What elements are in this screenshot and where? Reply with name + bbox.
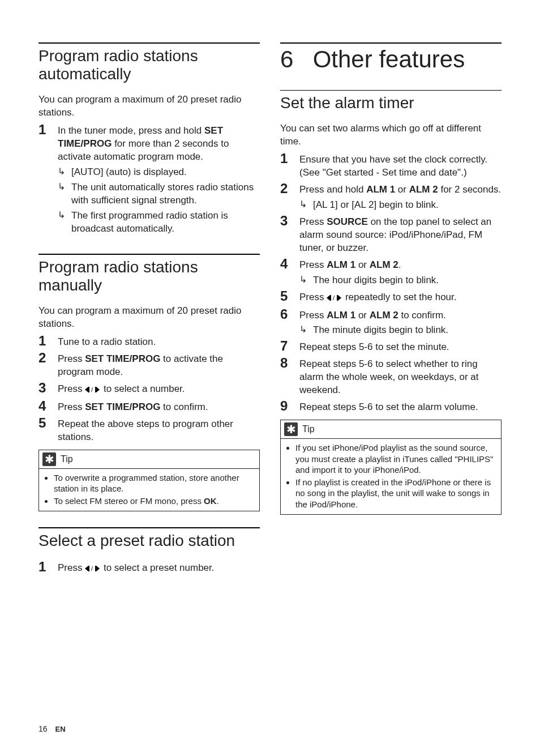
step-body: Press ALM 1 or ALM 2 to confirm. ↳ The m…	[299, 307, 502, 338]
step: 5 Press / repeatedly to set the hour.	[280, 289, 502, 305]
arrow-icon: ↳	[299, 324, 313, 337]
result-line: ↳ The minute digits begin to blink.	[299, 324, 502, 337]
step-number: 5	[280, 289, 299, 305]
arrow-icon: ↳	[58, 166, 71, 179]
section-heading: Select a preset radio station	[38, 532, 260, 550]
step: 9 Repeat steps 5-6 to set the alarm volu…	[280, 399, 502, 414]
button-label: ALM 1	[366, 184, 395, 195]
step-number: 1	[38, 334, 58, 349]
step: 5 Repeat the above steps to program othe…	[38, 416, 260, 444]
step-number: 1	[38, 560, 58, 576]
asterisk-icon: ✱	[284, 422, 298, 436]
result-text: The hour digits begin to blink.	[313, 274, 502, 287]
button-label: ALM 2	[370, 310, 398, 321]
step-number: 8	[280, 356, 299, 397]
svg-rect-8	[95, 566, 96, 571]
tip-item: To select FM stereo or FM mono, press OK…	[54, 496, 255, 507]
button-label: ALM 2	[370, 259, 398, 270]
step-text: Press	[299, 292, 327, 302]
section-rule	[38, 527, 260, 528]
tip-header: ✱ Tip	[39, 450, 259, 469]
manual-page: Program radio stations automatically You…	[0, 0, 540, 756]
svg-rect-11	[330, 295, 331, 301]
section-rule	[280, 42, 502, 44]
step: 1 In the tuner mode, press and hold SET …	[38, 123, 260, 236]
step-text: for 2 seconds.	[438, 184, 502, 195]
arrow-icon: ↳	[58, 181, 71, 207]
step-body: Press SET TIME/PROG to confirm.	[58, 399, 260, 414]
step-text: Press	[58, 402, 85, 412]
step: 1 Ensure that you have set the clock cor…	[280, 152, 502, 180]
step-body: Press / to select a preset number.	[58, 560, 260, 576]
step: 7 Repeat steps 5-6 to set the minute.	[280, 339, 502, 354]
result-line: ↳ The hour digits begin to blink.	[299, 274, 502, 287]
svg-rect-13	[337, 295, 338, 301]
step-list: 1 Press / to select a preset number.	[38, 560, 260, 576]
step-list: 1 In the tuner mode, press and hold SET …	[38, 123, 260, 236]
result-text: The unit automatically stores radio stat…	[71, 181, 260, 207]
chapter-heading: 6 Other features	[280, 47, 502, 72]
button-label: ALM 2	[409, 184, 438, 195]
step: 8 Repeat steps 5-6 to select whether to …	[280, 356, 502, 397]
step: 4 Press ALM 1 or ALM 2. ↳ The hour digit…	[280, 257, 502, 287]
step-text: Press	[299, 259, 327, 270]
step-text: to select a preset number.	[101, 562, 214, 573]
tip-text: .	[217, 496, 219, 506]
step-number: 1	[280, 152, 299, 180]
svg-marker-10	[327, 295, 330, 301]
svg-rect-1	[88, 387, 89, 392]
step-body: Press SET TIME/PROG to activate the prog…	[58, 351, 260, 379]
step-body: Repeat steps 5-6 to set the alarm volume…	[299, 399, 502, 414]
tip-box: ✱ Tip If you set iPhone/iPod playlist as…	[280, 420, 502, 515]
result-text: The first programmed radio station is br…	[71, 210, 260, 236]
svg-marker-0	[85, 387, 88, 392]
result-text: The minute digits begin to blink.	[313, 324, 502, 337]
result-text: [AL 1] or [AL 2] begin to blink.	[313, 199, 502, 212]
step-body: Press and hold ALM 1 or ALM 2 for 2 seco…	[299, 182, 502, 212]
step-number: 5	[38, 416, 58, 444]
step-text: Press and hold	[299, 184, 366, 195]
step: 1 Tune to a radio station.	[38, 334, 260, 349]
step-number: 3	[280, 214, 299, 255]
svg-rect-6	[88, 566, 89, 571]
step-number: 2	[280, 182, 299, 212]
tip-item: To overwrite a programmed station, store…	[54, 472, 255, 494]
page-number: 16	[38, 724, 48, 733]
result-line: ↳ The unit automatically stores radio st…	[58, 181, 260, 207]
result-line: ↳ [AL 1] or [AL 2] begin to blink.	[299, 199, 502, 212]
tip-text: To select FM stereo or FM mono, press	[54, 496, 204, 506]
section-rule	[38, 42, 260, 44]
svg-text:/: /	[333, 294, 335, 301]
intro-paragraph: You can program a maximum of 20 preset r…	[38, 93, 260, 119]
svg-text:/: /	[91, 386, 93, 393]
step-number: 4	[38, 399, 58, 414]
step-body: Repeat steps 5-6 to select whether to ri…	[299, 356, 502, 397]
step-text: Press	[299, 310, 327, 321]
step-number: 4	[280, 257, 299, 287]
section-heading: Program radio stations automatically	[38, 47, 260, 83]
step-text: In the tuner mode, press and hold	[58, 125, 204, 136]
tip-item: If you set iPhone/iPod playlist as the s…	[295, 442, 496, 476]
step-body: Press / to select a number.	[58, 381, 260, 397]
svg-marker-4	[96, 387, 100, 392]
step-text: or	[355, 259, 370, 270]
two-column-layout: Program radio stations automatically You…	[38, 42, 502, 713]
chapter-number: 6	[280, 47, 306, 72]
step: 4 Press SET TIME/PROG to confirm.	[38, 399, 260, 414]
step-text: to select a number.	[101, 383, 185, 394]
button-label: ALM 1	[327, 310, 355, 321]
section-heading: Program radio stations manually	[38, 258, 260, 294]
step-number: 2	[38, 351, 58, 379]
prev-next-icon: /	[327, 292, 342, 305]
result-line: ↳ The first programmed radio station is …	[58, 210, 260, 236]
step: 3 Press / to select a number.	[38, 381, 260, 397]
step: 6 Press ALM 1 or ALM 2 to confirm. ↳ The…	[280, 307, 502, 338]
svg-marker-14	[338, 295, 341, 301]
step-list: 1 Tune to a radio station. 2 Press SET T…	[38, 334, 260, 444]
button-label: SET TIME/PROG	[85, 353, 160, 364]
step: 1 Press / to select a preset number.	[38, 560, 260, 576]
tip-header: ✱ Tip	[281, 420, 501, 439]
step-number: 3	[38, 381, 58, 397]
step-text: repeatedly to set the hour.	[342, 292, 456, 302]
step-body: Tune to a radio station.	[58, 334, 260, 349]
